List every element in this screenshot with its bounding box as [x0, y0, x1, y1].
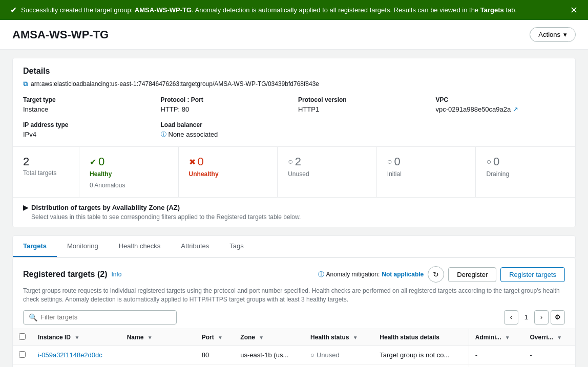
page-header: AMSA-WS-WP-TG Actions ▾ [0, 20, 588, 50]
health-details-cell: Target group is not co... [373, 364, 469, 367]
healthy-value: 0 [98, 155, 104, 168]
table-settings-button[interactable]: ⚙ [551, 310, 565, 325]
protocol-version-item: Protocol version HTTP1 [298, 96, 428, 113]
ip-address-value: IPv4 [23, 131, 36, 138]
draining-stat: ○ 0 Draining [476, 147, 575, 197]
tab-monitoring[interactable]: Monitoring [57, 236, 109, 257]
targets-description: Target groups route requests to individu… [23, 287, 565, 304]
register-targets-button[interactable]: Register targets [500, 267, 565, 282]
port-cell: 80 [196, 364, 235, 367]
sort-icon: ▼ [557, 335, 562, 340]
tab-targets[interactable]: Targets [13, 236, 57, 257]
protocol-version-value: HTTP1 [298, 105, 319, 113]
info-icon: ⓘ [161, 131, 166, 138]
initial-label: Initial [387, 170, 466, 178]
ip-address-item: IP address type IPv4 [23, 121, 153, 138]
chevron-right-icon: ▶ [23, 204, 28, 211]
col-admini: Admini... ▼ [469, 329, 523, 346]
info-link[interactable]: Info [112, 271, 122, 278]
sort-icon: ▼ [505, 335, 510, 340]
deregister-button[interactable]: Deregister [448, 267, 496, 282]
refresh-button[interactable]: ↻ [428, 266, 444, 283]
initial-stat: ○ 0 Initial [377, 147, 476, 197]
target-type-value: Instance [23, 105, 48, 113]
unused-value: 2 [295, 155, 301, 168]
admini-cell: - [469, 364, 523, 367]
instance-id-cell: i-059a32f1148e2d0dc [32, 346, 121, 364]
unhealthy-label: Unhealthy [189, 170, 267, 178]
select-all-checkbox[interactable] [19, 333, 26, 340]
details-title: Details [23, 67, 565, 76]
protocol-version-label: Protocol version [298, 96, 428, 103]
unused-circle-icon: ○ [288, 157, 293, 166]
tab-tags[interactable]: Tags [219, 236, 254, 257]
zone-cell: us-east-1b (us... [234, 346, 304, 364]
target-type-item: Target type Instance [23, 96, 153, 113]
tab-attributes[interactable]: Attributes [171, 236, 219, 257]
tabs-container: Targets Monitoring Health checks Attribu… [12, 235, 576, 257]
overri-cell: - [524, 364, 575, 367]
next-page-button[interactable]: › [534, 310, 549, 325]
filter-search-box[interactable]: 🔍 [23, 310, 177, 325]
unused-status-icon: ○ [310, 351, 314, 359]
actions-label: Actions [538, 31, 560, 38]
row-checkbox[interactable] [19, 351, 26, 358]
name-cell [121, 346, 196, 364]
col-zone: Zone ▼ [234, 329, 304, 346]
details-card: Details ⧉ arn:aws:elasticloadbalancing:u… [12, 58, 576, 227]
vpc-item: VPC vpc-0291a988e50ca9a2a ↗ [436, 96, 565, 113]
sort-icon: ▼ [74, 335, 79, 340]
unhealthy-icon: ✖ [189, 157, 196, 167]
search-input[interactable] [40, 313, 171, 321]
col-health-status-details: Health status details [373, 329, 469, 346]
distribution-toggle[interactable]: ▶ Distribution of targets by Availabilit… [23, 204, 565, 211]
distribution-subtitle: Select values in this table to see corre… [31, 213, 565, 221]
registered-targets-card: Registered targets (2) Info ⓘ Anomaly mi… [12, 257, 576, 367]
copy-icon[interactable]: ⧉ [23, 80, 28, 88]
load-balancer-label: Load balancer [161, 121, 290, 128]
target-type-label: Target type [23, 96, 153, 103]
anomaly-value[interactable]: Not applicable [382, 271, 424, 278]
healthy-label: Healthy [90, 170, 168, 178]
total-label: Total targets [23, 169, 69, 177]
prev-page-button[interactable]: ‹ [504, 310, 518, 325]
health-status-cell: ○ Unused [304, 364, 373, 367]
close-banner-button[interactable]: ✕ [570, 6, 578, 15]
tab-health-checks[interactable]: Health checks [109, 236, 171, 257]
col-port: Port ▼ [196, 329, 235, 346]
col-name: Name ▼ [121, 329, 196, 346]
ip-address-label: IP address type [23, 121, 153, 128]
healthy-icon: ✔ [90, 157, 96, 167]
health-status-cell: ○ Unused [304, 346, 373, 364]
table-row: i-059a32f1148e2d0dc 80 us-east-1b (us...… [13, 346, 575, 364]
name-cell: AMSA-WS-WP01 [121, 364, 196, 367]
vpc-label: VPC [436, 96, 565, 103]
page-number: 1 [520, 313, 532, 321]
unhealthy-stat: ✖ 0 Unhealthy [179, 147, 278, 197]
check-icon: ✔ [10, 5, 17, 15]
banner-text: Successfully created the target group: A… [21, 6, 517, 14]
instance-id-link[interactable]: i-059a32f1148e2d0dc [38, 351, 102, 359]
healthy-stat: ✔ 0 Healthy 0 Anomalous [79, 147, 179, 197]
draining-value: 0 [493, 155, 499, 168]
refresh-icon: ↻ [433, 270, 439, 278]
page-title: AMSA-WS-WP-TG [12, 28, 109, 41]
pagination: ‹ 1 › ⚙ [504, 310, 565, 325]
draining-circle-icon: ○ [486, 157, 491, 166]
vpc-link[interactable]: vpc-0291a988e50ca9a2a ↗ [436, 105, 518, 113]
actions-button[interactable]: Actions ▾ [530, 27, 576, 42]
row-checkbox-cell [13, 364, 32, 367]
overri-cell: - [524, 346, 575, 364]
unused-label: Unused [288, 170, 366, 178]
total-targets-stat: 2 Total targets [13, 147, 79, 197]
load-balancer-link[interactable]: ⓘ None associated [161, 131, 290, 138]
select-all-header [13, 329, 32, 346]
anomalous-label: 0 Anomalous [90, 182, 168, 189]
table-row: i-07769f3c987d95d20 AMSA-WS-WP01 80 us-e… [13, 364, 575, 367]
instance-id-cell: i-07769f3c987d95d20 [32, 364, 121, 367]
targets-table: Instance ID ▼ Name ▼ Port ▼ Zone ▼ [13, 329, 575, 367]
initial-value: 0 [394, 155, 400, 168]
port-cell: 80 [196, 346, 235, 364]
stats-section: 2 Total targets ✔ 0 Healthy 0 Anomalous … [13, 146, 575, 197]
col-overri: Overri... ▼ [524, 329, 575, 346]
